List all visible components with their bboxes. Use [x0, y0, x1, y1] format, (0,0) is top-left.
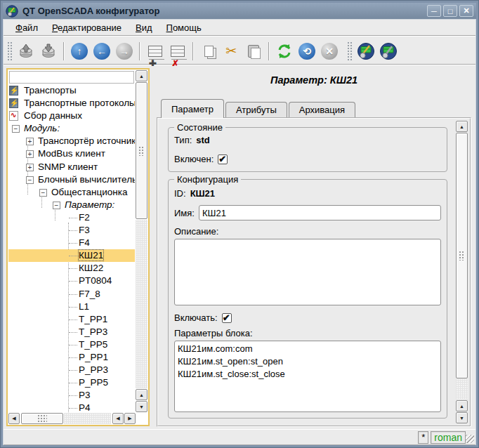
tree-item[interactable]: F2 [8, 211, 135, 224]
scroll-down-icon[interactable]: ▼ [136, 401, 147, 412]
transports-icon [9, 86, 18, 95]
tree-item[interactable]: L1 [8, 301, 135, 313]
navigation-tree[interactable]: ТранспортыТранспортные протоколыСбор дан… [6, 68, 150, 426]
tree-item[interactable]: T_PP3 [8, 326, 135, 338]
tree-item[interactable]: Транспортные протоколы [8, 97, 135, 110]
tree-item[interactable]: T_PP1 [8, 313, 135, 326]
scroll-up-icon[interactable]: ▲ [136, 70, 147, 81]
scroll-up-icon[interactable]: ▲ [456, 400, 468, 411]
tree-vertical-scrollbar[interactable]: ▲ ▲ ▼ [136, 70, 147, 412]
vca-runtime-button[interactable] [378, 41, 399, 62]
enable-checkbox[interactable] [222, 313, 232, 323]
tree-item[interactable]: +Транспортёр источников [8, 135, 135, 147]
tab-archiving[interactable]: Архивация [289, 102, 355, 118]
scroll-right-icon[interactable]: ▶ [124, 413, 136, 424]
maximize-button[interactable]: □ [443, 5, 457, 17]
expander-plus-icon[interactable]: + [26, 164, 34, 171]
tree-item[interactable]: −Модуль: [8, 122, 135, 135]
vca-engine-button[interactable] [355, 41, 376, 62]
type-label: Тип: [174, 135, 192, 145]
expander-plus-icon[interactable]: + [26, 150, 34, 158]
tree-item[interactable]: P_PP5 [8, 376, 135, 389]
tree-item-label: P_PP1 [79, 352, 108, 362]
tree-item[interactable]: Сбор данных [8, 110, 135, 122]
menu-file[interactable]: Файл [9, 21, 44, 34]
expander-minus-icon[interactable]: − [26, 176, 34, 184]
go-back-button[interactable]: ← [91, 41, 112, 62]
minimize-button[interactable]: ─ [427, 5, 441, 17]
tree-item[interactable]: T_PP5 [8, 338, 135, 351]
tree-item[interactable]: КШ22 [8, 262, 135, 275]
expander-plus-icon[interactable]: + [26, 138, 34, 145]
enabled-checkbox[interactable] [218, 154, 228, 164]
panel-vertical-scrollbar[interactable]: ▲ ▲ ▼ [456, 121, 468, 423]
expander-minus-icon[interactable]: − [12, 125, 20, 133]
close-button[interactable]: ✕ [459, 5, 473, 17]
load-from-db-button[interactable] [15, 41, 37, 62]
tree-item[interactable]: F4 [8, 237, 135, 249]
toolbar-separator [192, 42, 194, 60]
stop-updating-button[interactable]: ✕ [319, 41, 340, 62]
menu-help[interactable]: Помощь [160, 21, 208, 34]
panel-vscroll-trough[interactable] [456, 379, 468, 400]
tree-item-label: SNMP клиент [38, 162, 98, 172]
tab-bar: Параметр Атрибуты Архивация [161, 99, 357, 118]
refresh-button[interactable] [274, 41, 295, 62]
scroll-up-icon[interactable]: ▲ [136, 389, 147, 400]
tree-hscroll-trough[interactable] [64, 413, 111, 424]
add-item-button[interactable]: ✚ [145, 41, 166, 62]
delete-item-icon: ✗ [171, 46, 185, 57]
tree-item-label: F4 [79, 237, 90, 248]
tree-hscroll-thumb[interactable] [21, 413, 63, 424]
expander-minus-icon[interactable]: − [39, 189, 47, 197]
tree-item[interactable]: Транспорты [8, 84, 135, 97]
copy-item-button[interactable] [198, 41, 219, 62]
tree-vscroll-trough[interactable] [136, 220, 147, 388]
tree-item[interactable]: F3 [8, 224, 135, 237]
block-params-textarea[interactable]: КШ21им.com:com КШ21им.st_open:st_open КШ… [174, 341, 441, 412]
tree-item[interactable]: −Блочный вычислитель [8, 173, 135, 186]
scroll-down-icon[interactable]: ▼ [456, 412, 468, 423]
scroll-left-icon[interactable]: ◀ [112, 413, 124, 424]
tree-item[interactable]: P4 [8, 402, 135, 412]
name-input[interactable] [199, 205, 441, 220]
resize-grip[interactable] [466, 435, 474, 443]
tree-vscroll-thumb[interactable] [136, 82, 147, 219]
toolbar-handle[interactable] [8, 42, 12, 60]
parameter-panel: Параметр: КШ21 Параметр Атрибуты Архивац… [155, 66, 473, 428]
go-forward-button[interactable]: → [114, 41, 135, 62]
scroll-left-icon[interactable]: ◀ [8, 413, 20, 424]
tab-parameter[interactable]: Параметр [161, 99, 224, 118]
description-textarea[interactable] [174, 239, 441, 305]
tree-item[interactable]: F7_8 [8, 288, 135, 301]
go-up-button[interactable]: ↑ [69, 41, 90, 62]
tree-horizontal-scrollbar[interactable]: ◀ ◀ ▶ [8, 413, 147, 424]
menu-edit[interactable]: Редактирование [46, 21, 128, 34]
cut-item-button[interactable]: ✂ [221, 41, 242, 62]
menu-view[interactable]: Вид [129, 21, 159, 34]
panel-vscroll-thumb[interactable] [456, 133, 468, 378]
toolbar-handle[interactable] [348, 42, 352, 60]
tree-item[interactable]: P3 [8, 389, 135, 402]
vca-runtime-icon [379, 42, 398, 60]
tab-attributes[interactable]: Атрибуты [225, 102, 287, 118]
tree-item[interactable]: −Общестанционка [8, 186, 135, 199]
delete-item-button[interactable]: ✗ [167, 41, 188, 62]
tree-item[interactable]: +ModBus клиент [8, 147, 135, 160]
main-window: QT OpenSCADA конфигуратор ─ □ ✕ Файл Ред… [0, 0, 479, 448]
panel-splitter[interactable] [150, 66, 155, 428]
expander-minus-icon[interactable]: − [53, 202, 60, 209]
scroll-up-icon[interactable]: ▲ [456, 121, 468, 132]
title-bar[interactable]: QT OpenSCADA конфигуратор ─ □ ✕ [3, 3, 476, 19]
tree-item[interactable]: −Параметр: [8, 199, 135, 211]
save-to-db-button[interactable] [38, 41, 59, 62]
tree-item[interactable]: P_PP1 [8, 351, 135, 364]
tree-item[interactable]: PT0804 [8, 275, 135, 287]
tree-item[interactable]: +SNMP клиент [8, 161, 135, 173]
start-updating-button[interactable]: ⟲ [296, 41, 317, 62]
tree-item[interactable]: P_PP3 [8, 364, 135, 376]
tree-item-label: ModBus клиент [38, 148, 105, 159]
paste-item-button[interactable] [243, 41, 264, 62]
tree-item-label: Транспорты [24, 85, 77, 95]
tree-item[interactable]: КШ21 [8, 249, 135, 262]
